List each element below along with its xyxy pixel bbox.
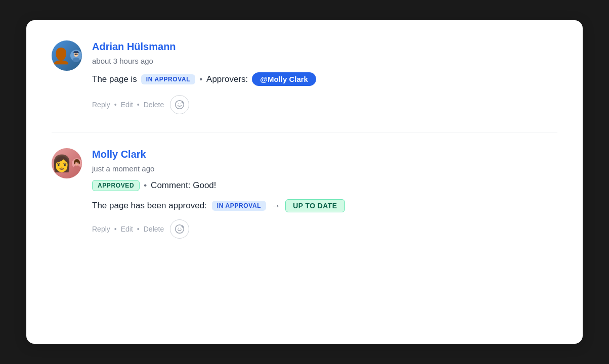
svg-point-26 (78, 163, 79, 164)
svg-point-5 (73, 52, 79, 53)
to-status-badge: UP TO DATE (285, 199, 344, 212)
svg-point-17 (74, 165, 80, 169)
svg-point-25 (75, 163, 76, 164)
edit-link[interactable]: Edit (121, 225, 133, 233)
content-prefix: The page is (92, 74, 137, 84)
approved-comment: Comment: Good! (151, 180, 216, 191)
svg-point-12 (178, 104, 179, 105)
svg-point-13 (181, 104, 182, 105)
content-separator: • (144, 180, 147, 191)
emoji-reaction-button[interactable] (170, 219, 189, 239)
action-dot-1: • (114, 225, 117, 233)
svg-point-29 (181, 228, 182, 229)
approved-badge: APPROVED (92, 180, 140, 191)
content-separator: • (199, 74, 202, 84)
action-dot-2: • (137, 225, 140, 233)
edit-link[interactable]: Edit (121, 101, 133, 109)
comments-card: Adrian Hülsmann about 3 hours ago The pa… (26, 20, 583, 344)
action-dot-2: • (137, 101, 140, 109)
author-name: Molly Clark (92, 148, 557, 160)
approval-line-prefix: The page has been approved: (92, 201, 207, 211)
comment-item: Adrian Hülsmann about 3 hours ago The pa… (52, 40, 557, 114)
avatar (52, 148, 82, 178)
delete-link[interactable]: Delete (144, 225, 164, 233)
svg-point-1 (73, 58, 80, 62)
emoji-reaction-button[interactable] (170, 95, 189, 114)
author-name: Adrian Hülsmann (92, 40, 557, 53)
approval-transition-line: The page has been approved: IN APPROVAL … (92, 199, 557, 212)
emoji-add-icon (175, 100, 185, 110)
emoji-add-icon (175, 224, 185, 234)
comment-body: Adrian Hülsmann about 3 hours ago The pa… (92, 40, 557, 114)
avatar (52, 40, 82, 71)
comment-body: Molly Clark just a moment ago APPROVED •… (92, 148, 557, 239)
mention-badge: @Molly Clark (252, 72, 316, 86)
comment-timestamp: about 3 hours ago (92, 57, 557, 65)
reply-link[interactable]: Reply (92, 101, 110, 109)
svg-rect-9 (76, 54, 78, 55)
comment-item: Molly Clark just a moment ago APPROVED •… (52, 148, 557, 239)
reply-link[interactable]: Reply (92, 225, 110, 233)
svg-rect-8 (74, 54, 76, 55)
status-badge-in-approval: IN APPROVAL (141, 74, 195, 84)
comment-actions: Reply • Edit • Delete (92, 95, 557, 114)
delete-link[interactable]: Delete (144, 101, 164, 109)
comment-actions: Reply • Edit • Delete (92, 219, 557, 239)
comment-divider (52, 132, 557, 133)
comment-content: The page is IN APPROVAL • Approvers: @Mo… (92, 72, 557, 86)
action-dot-1: • (114, 101, 117, 109)
arrow-icon: → (271, 201, 280, 211)
from-status-badge: IN APPROVAL (212, 201, 266, 211)
comment-timestamp: just a moment ago (92, 164, 557, 173)
approvers-label: Approvers: (206, 74, 248, 84)
svg-point-28 (178, 228, 179, 229)
comment-content-approved: APPROVED • Comment: Good! (92, 180, 557, 191)
